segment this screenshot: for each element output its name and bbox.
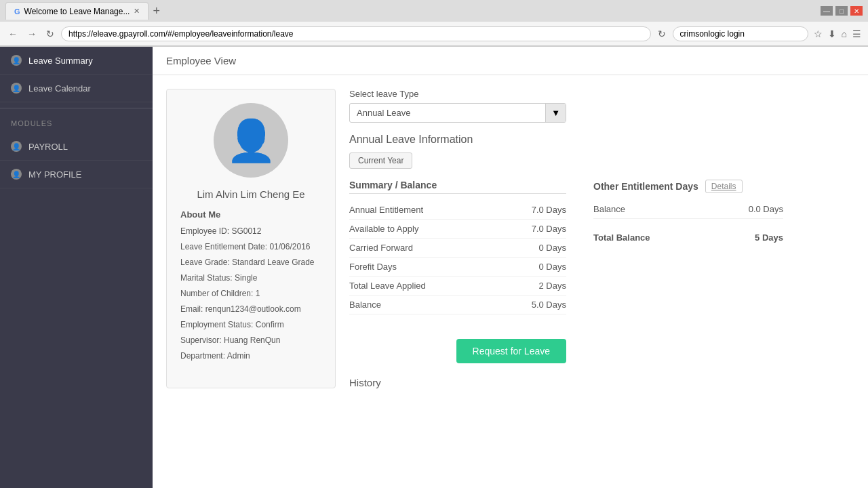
history-section: History [349, 377, 854, 388]
reload-btn[interactable]: ↻ [655, 27, 669, 41]
summary-label-4: Total Leave Applied [349, 281, 426, 291]
browser-toolbar: ← → ↻ ↻ ☆ ⬇ ⌂ ☰ [0, 22, 868, 46]
tab-close-btn[interactable]: ✕ [134, 7, 140, 16]
leave-summary-icon: 👤 [11, 55, 22, 66]
summary-row-1: Available to Apply 7.0 Days [349, 220, 566, 239]
profile-value-2: Standard Leave Grade [232, 258, 314, 267]
profile-value-7: Huang RenQun [224, 336, 280, 345]
payroll-icon: 👤 [11, 141, 22, 152]
home-icon[interactable]: ⌂ [840, 27, 848, 41]
my-profile-icon: 👤 [11, 169, 22, 180]
page-title: Employee View [166, 55, 236, 66]
star-icon[interactable]: ☆ [812, 27, 824, 41]
profile-field-1: Leave Entitlement Date: 01/06/2016 [180, 241, 321, 253]
request-leave-btn[interactable]: Request for Leave [456, 339, 566, 363]
profile-label-5: Email: [180, 304, 205, 314]
summary-value-3: 0 Days [512, 262, 566, 272]
leave-data-grid: Summary / Balance Annual Entitlement 7.0… [349, 180, 854, 363]
tab-title: Welcome to Leave Manage... [24, 7, 130, 16]
details-link[interactable]: Details [705, 180, 743, 193]
profile-value-4: 1 [256, 289, 260, 298]
content-body: 👤 Lim Alvin Lim Cheng Ee About Me Employ… [153, 75, 868, 402]
profile-value-0: SG0012 [231, 226, 261, 236]
leave-panel: Select leave Type Annual Leave ▼ Annual … [349, 89, 854, 388]
forward-btn[interactable]: → [24, 27, 39, 41]
sidebar-item-leave-summary[interactable]: 👤 Leave Summary [0, 47, 153, 75]
profile-field-2: Leave Grade: Standard Leave Grade [180, 256, 321, 268]
refresh-btn[interactable]: ↻ [43, 27, 57, 41]
profile-label-6: Employment Status: [180, 320, 256, 329]
sidebar: 👤 Leave Summary 👤 Leave Calendar MODULES… [0, 47, 153, 488]
summary-row-4: Total Leave Applied 2 Days [349, 277, 566, 296]
summary-row-2: Carried Forward 0 Days [349, 239, 566, 258]
avatar-container: 👤 [180, 103, 321, 178]
profile-field-3: Marital Status: Single [180, 272, 321, 284]
profile-field-6: Employment Status: Confirm [180, 319, 321, 331]
total-balance-value: 5 Days [755, 232, 783, 243]
summary-value-0: 7.0 Days [512, 205, 566, 215]
minimize-btn[interactable]: — [821, 6, 833, 16]
profile-field-8: Department: Admin [180, 350, 321, 362]
new-tab-btn[interactable]: + [153, 4, 160, 18]
sidebar-label-leave-summary: Leave Summary [28, 56, 93, 66]
select-leave-section: Select leave Type Annual Leave ▼ [349, 89, 854, 123]
summary-value-5: 5.0 Days [512, 300, 566, 310]
leave-type-select[interactable]: Annual Leave ▼ [349, 103, 566, 123]
profile-field-4: Number of Children: 1 [180, 287, 321, 300]
modules-label: MODULES [0, 114, 153, 133]
sidebar-item-leave-calendar[interactable]: 👤 Leave Calendar [0, 75, 153, 102]
history-title: History [349, 377, 854, 388]
avatar-icon: 👤 [226, 117, 277, 165]
other-entitlement-section: Other Entitlement Days Details Balance 0… [593, 180, 783, 363]
profile-field-7: Supervisor: Huang RenQun [180, 334, 321, 346]
browser-tab[interactable]: G Welcome to Leave Manage... ✕ [5, 2, 149, 20]
summary-label-0: Annual Entitlement [349, 205, 423, 215]
sidebar-divider [0, 108, 153, 108]
browser-titlebar: G Welcome to Leave Manage... ✕ + — □ ✕ [0, 0, 868, 22]
summary-label-5: Balance [349, 300, 381, 310]
page-header: Employee View [153, 47, 868, 75]
sidebar-item-my-profile[interactable]: 👤 MY PROFILE [0, 161, 153, 188]
summary-label-2: Carried Forward [349, 243, 413, 253]
total-balance-label: Total Balance [593, 232, 650, 243]
summary-value-4: 2 Days [512, 281, 566, 291]
summary-section: Summary / Balance Annual Entitlement 7.0… [349, 180, 566, 363]
sidebar-label-payroll: PAYROLL [28, 142, 68, 152]
profile-label-2: Leave Grade: [180, 258, 232, 267]
profile-value-1: 01/06/2016 [269, 242, 310, 251]
maximize-btn[interactable]: □ [835, 6, 848, 16]
summary-label-1: Available to Apply [349, 224, 418, 234]
download-icon[interactable]: ⬇ [827, 27, 837, 41]
menu-icon[interactable]: ☰ [851, 27, 863, 41]
sidebar-item-payroll[interactable]: 👤 PAYROLL [0, 133, 153, 161]
balance-value: 0.0 Days [749, 204, 783, 214]
search-bar[interactable] [673, 26, 808, 41]
other-header: Other Entitlement Days Details [593, 180, 783, 193]
close-btn[interactable]: ✕ [850, 6, 863, 16]
summary-row-3: Forefit Days 0 Days [349, 258, 566, 277]
app-container: 👤 Leave Summary 👤 Leave Calendar MODULES… [0, 47, 868, 488]
annual-leave-info: Annual Leave Information Current Year Su… [349, 134, 854, 363]
profile-label-1: Leave Entitlement Date: [180, 242, 269, 251]
summary-title: Summary / Balance [349, 180, 566, 194]
about-me-title: About Me [180, 209, 321, 220]
profile-label-4: Number of Children: [180, 289, 256, 298]
leave-type-value: Annual Leave [350, 104, 545, 122]
profile-field-0: Employee ID: SG0012 [180, 225, 321, 237]
back-btn[interactable]: ← [5, 27, 20, 41]
profile-value-3: Single [235, 273, 257, 283]
summary-label-3: Forefit Days [349, 262, 397, 272]
employee-name: Lim Alvin Lim Cheng Ee [180, 188, 321, 200]
avatar: 👤 [214, 103, 288, 178]
window-controls: — □ ✕ [821, 6, 863, 16]
current-year-btn[interactable]: Current Year [349, 152, 412, 169]
profile-card: 👤 Lim Alvin Lim Cheng Ee About Me Employ… [166, 89, 336, 388]
address-bar[interactable] [61, 26, 651, 41]
profile-label-0: Employee ID: [180, 226, 231, 236]
leave-type-arrow-icon[interactable]: ▼ [545, 104, 566, 122]
profile-value-8: Admin [227, 351, 250, 361]
profile-label-7: Supervisor: [180, 336, 224, 345]
profile-label-8: Department: [180, 351, 227, 361]
profile-value-6: Confirm [256, 320, 284, 329]
profile-value-5: renqun1234@outlook.com [205, 304, 301, 314]
